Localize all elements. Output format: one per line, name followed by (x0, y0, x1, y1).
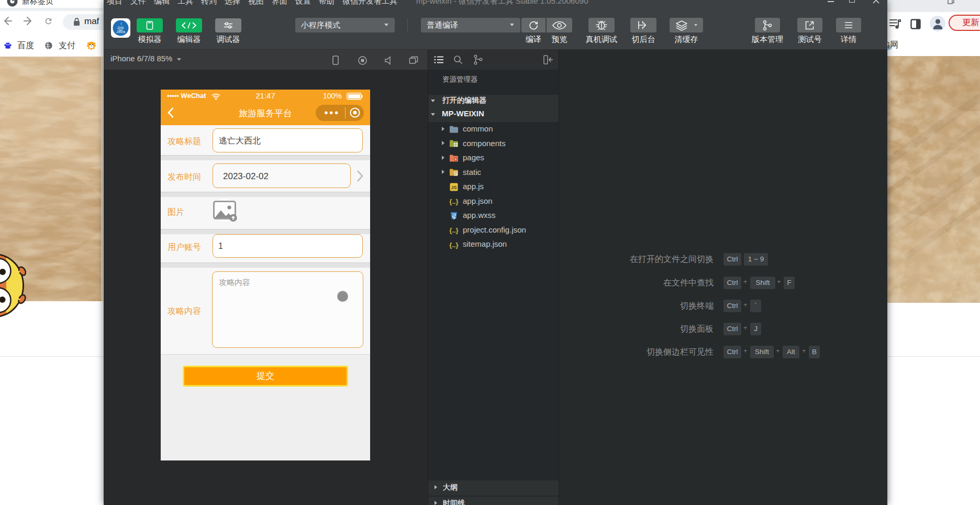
svg-text:{..}: {..} (449, 197, 458, 205)
svg-text:JS: JS (451, 185, 456, 190)
svg-text:Java: Java (116, 29, 125, 34)
svg-text:{..}: {..} (449, 240, 458, 248)
svg-text:{..}: {..} (449, 226, 458, 234)
